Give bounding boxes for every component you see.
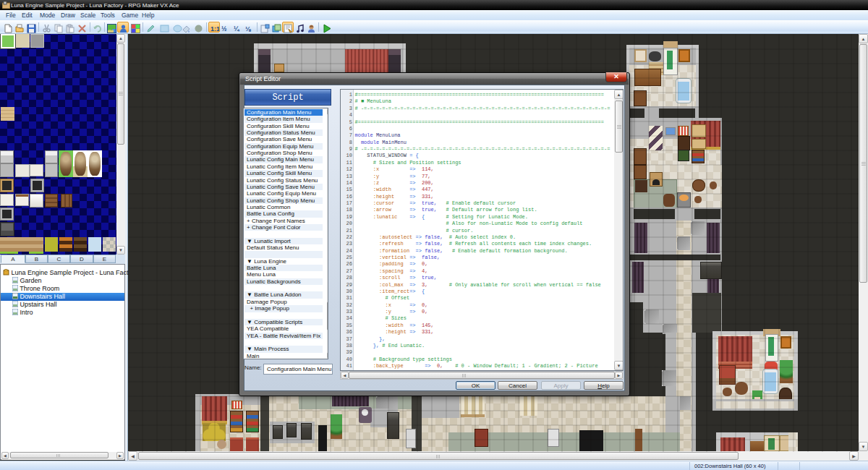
svg-text:¼: ¼ <box>234 25 240 33</box>
svg-text:⅛: ⅛ <box>245 25 251 33</box>
svg-text:1:1: 1:1 <box>210 25 219 33</box>
svg-text:½: ½ <box>221 25 227 33</box>
